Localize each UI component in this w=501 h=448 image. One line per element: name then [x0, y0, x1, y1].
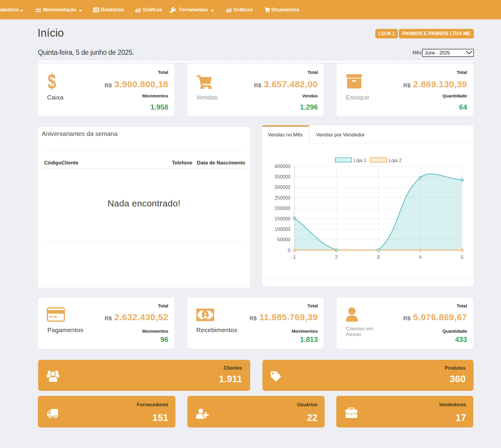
svg-text:50000: 50000 — [277, 237, 291, 242]
svg-text:250000: 250000 — [275, 195, 290, 200]
svg-text:150000: 150000 — [275, 216, 290, 221]
svg-text:5: 5 — [461, 255, 463, 260]
svg-text:3: 3 — [377, 255, 380, 260]
svg-text:200000: 200000 — [275, 206, 290, 211]
svg-text:1: 1 — [293, 255, 296, 260]
svg-text:400000: 400000 — [275, 164, 290, 169]
svg-text:Loja 1: Loja 1 — [354, 158, 367, 163]
svg-text:0: 0 — [288, 248, 290, 253]
svg-text:Loja 2: Loja 2 — [389, 158, 402, 163]
svg-text:100000: 100000 — [275, 227, 290, 232]
svg-text:300000: 300000 — [275, 185, 290, 190]
svg-text:4: 4 — [419, 255, 421, 260]
svg-text:2: 2 — [335, 255, 338, 260]
svg-text:350000: 350000 — [275, 174, 290, 179]
